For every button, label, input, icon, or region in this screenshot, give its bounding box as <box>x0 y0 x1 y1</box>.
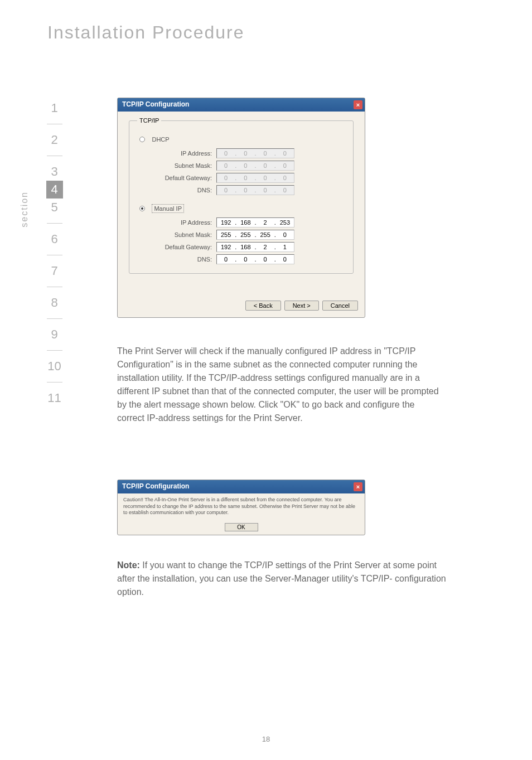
divider <box>47 382 62 383</box>
dialog-title: TCP/IP Configuration <box>122 100 189 108</box>
close-icon[interactable]: × <box>354 482 362 491</box>
field-label: Default Gateway: <box>139 175 212 181</box>
divider <box>47 223 62 224</box>
back-button[interactable]: < Back <box>245 301 281 311</box>
field-label: Subnet Mask: <box>139 231 212 238</box>
field-label: Default Gateway: <box>139 244 212 250</box>
cancel-button[interactable]: Cancel <box>322 301 358 311</box>
ok-button[interactable]: OK <box>225 523 258 531</box>
manual-dns-field[interactable]: 0.0.0.0 <box>216 254 294 264</box>
tcpip-dialog: TCP/IP Configuration × TCP/IP DHCP IP Ad… <box>117 98 365 318</box>
field-label: DNS: <box>139 187 212 193</box>
manual-gateway-field[interactable]: 192.168.2.1 <box>216 242 294 252</box>
nav-item-10[interactable]: 10 <box>46 357 63 375</box>
note-body: If you want to change the TCP/IP setting… <box>117 560 446 597</box>
section-nav: section 1 2 3 4 5 6 7 8 9 10 11 <box>36 99 72 407</box>
alert-title: TCP/IP Configuration <box>122 482 189 490</box>
divider <box>47 255 62 255</box>
divider <box>47 156 62 156</box>
divider <box>47 124 62 124</box>
manual-radio[interactable] <box>139 206 145 211</box>
field-label: Subnet Mask: <box>139 162 212 169</box>
nav-item-4[interactable]: 4 <box>46 181 63 199</box>
dhcp-radio[interactable] <box>139 137 145 142</box>
field-label: DNS: <box>139 256 212 263</box>
page-number: 18 <box>0 735 532 743</box>
alert-text: Caution!! The All-In-One Print Server is… <box>118 493 365 520</box>
page-title: Installation Procedure <box>47 22 245 43</box>
body-paragraph: The Print Server will check if the manua… <box>117 345 443 425</box>
divider <box>47 287 62 287</box>
manual-radio-group: Manual IP <box>139 203 343 213</box>
manual-radio-label: Manual IP <box>152 204 184 213</box>
nav-item-11[interactable]: 11 <box>46 389 63 407</box>
close-icon[interactable]: × <box>354 100 362 109</box>
next-button[interactable]: Next > <box>284 301 319 311</box>
nav-item-2[interactable]: 2 <box>46 131 63 149</box>
alert-dialog: TCP/IP Configuration × Caution!! The All… <box>117 480 365 535</box>
nav-item-7[interactable]: 7 <box>46 262 63 280</box>
field-label: IP Address: <box>139 219 212 226</box>
nav-item-3[interactable]: 3 <box>46 163 63 181</box>
section-label: section <box>20 191 30 227</box>
tcpip-fieldset: TCP/IP DHCP IP Address: 0.0.0.0 Subnet M… <box>129 117 354 274</box>
dhcp-subnet-field: 0.0.0.0 <box>216 161 294 171</box>
nav-item-9[interactable]: 9 <box>46 326 63 343</box>
manual-subnet-field[interactable]: 255.255.255.0 <box>216 230 294 240</box>
field-label: IP Address: <box>139 150 212 157</box>
dhcp-dns-field: 0.0.0.0 <box>216 185 294 195</box>
divider <box>47 350 62 351</box>
manual-ip-field[interactable]: 192.168.2.253 <box>216 217 294 227</box>
dhcp-radio-label: DHCP <box>152 136 169 143</box>
nav-item-5[interactable]: 5 <box>46 199 63 216</box>
dhcp-gateway-field: 0.0.0.0 <box>216 173 294 183</box>
note-paragraph: Note: If you want to change the TCP/IP s… <box>117 559 449 599</box>
note-label: Note: <box>117 560 140 570</box>
nav-item-1[interactable]: 1 <box>46 99 63 117</box>
nav-item-6[interactable]: 6 <box>46 230 63 248</box>
dialog-footer: < Back Next > Cancel <box>245 301 358 311</box>
fieldset-legend: TCP/IP <box>137 117 161 124</box>
divider <box>47 318 62 319</box>
nav-item-8[interactable]: 8 <box>46 294 63 312</box>
dialog-titlebar: TCP/IP Configuration × <box>118 98 365 112</box>
dhcp-radio-group: DHCP <box>139 134 343 144</box>
dhcp-ip-field: 0.0.0.0 <box>216 148 294 158</box>
alert-titlebar: TCP/IP Configuration × <box>118 480 365 493</box>
